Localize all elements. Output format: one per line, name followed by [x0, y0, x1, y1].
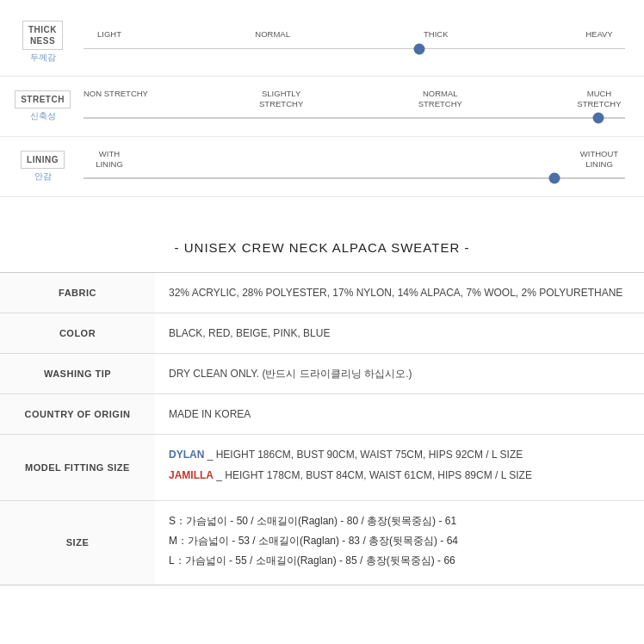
lining-track-wrapper — [84, 172, 625, 184]
dylan-detail: _ HEIGHT 186CM, BUST 90CM, WAIST 75CM, H… — [207, 449, 523, 461]
stretch-marker-2: NORMALSTRETCHY — [414, 89, 466, 108]
thickness-dot — [413, 43, 424, 54]
lining-dot — [549, 172, 560, 183]
lining-track-area: WITHLINING WITHOUTLINING — [75, 149, 634, 184]
size-m: M：가슴넓이 - 53 / 소매길이(Raglan) - 83 / 총장(뒷목중… — [169, 533, 630, 548]
model-dylan: DYLAN _ HEIGHT 186CM, BUST 90CM, WAIST 7… — [169, 447, 630, 462]
origin-value: MADE IN KOREA — [155, 394, 644, 435]
thickness-track-area: LIGHT NORMAL THICK HEAVY — [75, 29, 634, 54]
thickness-row: THICKNESS 두께감 LIGHT NORMAL THICK HEAVY — [0, 9, 644, 77]
stretch-label: STRETCH 신축성 — [10, 90, 75, 122]
stretch-marker-0: NON STRETCHY — [84, 89, 148, 108]
thickness-eng: THICKNESS — [28, 25, 57, 46]
lining-marker-0: WITHLINING — [84, 149, 135, 169]
thickness-label-box: THICKNESS — [22, 21, 63, 50]
thickness-kor: 두께감 — [30, 52, 56, 64]
size-label: SIZE — [0, 501, 155, 585]
lining-label: LINING 안감 — [10, 151, 75, 183]
stretch-marker-1: SLIGHTLYSTRETCHY — [256, 89, 307, 108]
stretch-label-box: STRETCH — [15, 90, 71, 108]
model-label: MODEL FITTING SIZE — [0, 435, 155, 501]
washing-label: WASHING TIP — [0, 354, 155, 394]
thickness-label: THICKNESS 두께감 — [10, 21, 75, 64]
stretch-track-area: NON STRETCHY SLIGHTLYSTRETCHY NORMALSTRE… — [75, 89, 634, 124]
fabric-row: FABRIC 32% ACRYLIC, 28% POLYESTER, 17% N… — [0, 273, 644, 313]
stretch-track — [84, 117, 625, 119]
lining-label-box: LINING — [21, 151, 65, 169]
size-l: L：가슴넓이 - 55 / 소매길이(Raglan) - 85 / 총장(뒷목중… — [169, 553, 630, 568]
origin-row: COUNTRY OF ORIGIN MADE IN KOREA — [0, 394, 644, 435]
thickness-markers: LIGHT NORMAL THICK HEAVY — [84, 29, 625, 39]
washing-value: DRY CLEAN ONLY. (반드시 드라이클리닝 하십시오.) — [155, 354, 644, 394]
info-table: FABRIC 32% ACRYLIC, 28% POLYESTER, 17% N… — [0, 272, 644, 585]
stretch-kor: 신축성 — [30, 110, 56, 122]
lining-marker-1 — [247, 149, 299, 169]
thickness-marker-0: LIGHT — [84, 29, 135, 39]
thickness-marker-3: HEAVY — [573, 29, 625, 39]
lining-kor: 안감 — [34, 170, 52, 183]
size-s: S：가슴넓이 - 50 / 소매길이(Raglan) - 80 / 총장(뒷목중… — [169, 513, 630, 529]
stretch-eng: STRETCH — [21, 95, 65, 104]
jamilla-name: JAMILLA — [169, 469, 214, 481]
stretch-track-wrapper — [84, 112, 625, 124]
lining-track — [84, 177, 625, 179]
lining-marker-3: WITHOUTLINING — [573, 149, 625, 169]
thickness-track — [84, 48, 625, 50]
jamilla-detail: _ HEIGHT 178CM, BUST 84CM, WAIST 61CM, H… — [216, 469, 532, 481]
color-value: BLACK, RED, BEIGE, PINK, BLUE — [155, 313, 644, 354]
thickness-track-wrapper — [84, 43, 625, 55]
color-row: COLOR BLACK, RED, BEIGE, PINK, BLUE — [0, 313, 644, 354]
lining-row: LINING 안감 WITHLINING WITHOUTLINING — [0, 137, 644, 197]
product-title-section: - UNISEX CREW NECK ALPACA SWEATER - — [0, 214, 644, 272]
stretch-row: STRETCH 신축성 NON STRETCHY SLIGHTLYSTRETCH… — [0, 77, 644, 137]
slider-section: THICKNESS 두께감 LIGHT NORMAL THICK HEAVY S… — [0, 0, 644, 214]
fabric-value: 32% ACRYLIC, 28% POLYESTER, 17% NYLON, 1… — [155, 273, 644, 313]
size-value: S：가슴넓이 - 50 / 소매길이(Raglan) - 80 / 총장(뒷목중… — [155, 501, 644, 585]
thickness-marker-2: THICK — [410, 29, 461, 39]
lining-marker-2 — [410, 149, 461, 169]
thickness-marker-1: NORMAL — [247, 29, 299, 39]
size-row-tr: SIZE S：가슴넓이 - 50 / 소매길이(Raglan) - 80 / 총… — [0, 501, 644, 585]
washing-row: WASHING TIP DRY CLEAN ONLY. (반드시 드라이클리닝 … — [0, 354, 644, 394]
stretch-markers: NON STRETCHY SLIGHTLYSTRETCHY NORMALSTRE… — [84, 89, 625, 108]
lining-eng: LINING — [27, 155, 59, 164]
color-label: COLOR — [0, 313, 155, 354]
stretch-dot — [592, 112, 604, 123]
model-value: DYLAN _ HEIGHT 186CM, BUST 90CM, WAIST 7… — [155, 435, 644, 501]
lining-markers: WITHLINING WITHOUTLINING — [84, 149, 625, 169]
product-title: - UNISEX CREW NECK ALPACA SWEATER - — [9, 240, 635, 255]
model-jamilla: JAMILLA _ HEIGHT 178CM, BUST 84CM, WAIST… — [169, 468, 630, 483]
model-row: MODEL FITTING SIZE DYLAN _ HEIGHT 186CM,… — [0, 435, 644, 501]
origin-label: COUNTRY OF ORIGIN — [0, 394, 155, 435]
dylan-name: DYLAN — [169, 449, 204, 461]
stretch-marker-3: MUCHSTRETCHY — [573, 89, 625, 108]
fabric-label: FABRIC — [0, 273, 155, 313]
